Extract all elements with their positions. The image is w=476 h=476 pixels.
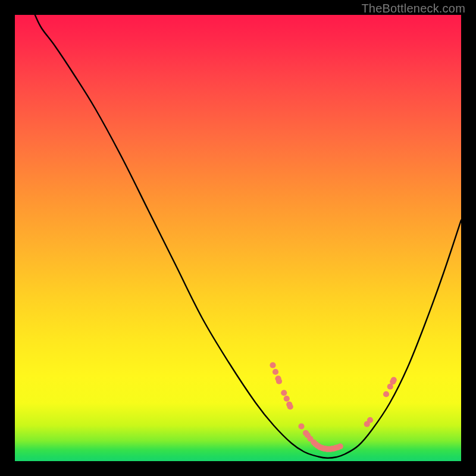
attribution-text: TheBottleneck.com [361,2,465,15]
data-marker [287,403,293,409]
data-marker [270,362,275,368]
data-marker [284,396,290,402]
data-markers [270,362,396,452]
data-marker [273,369,278,375]
curve-layer [15,15,461,461]
chart-root: TheBottleneck.com [0,0,476,476]
data-marker [383,391,389,397]
data-marker [337,443,343,449]
data-marker [298,423,304,429]
data-marker [276,378,282,384]
plot-area [15,15,461,461]
data-marker [367,417,373,423]
bottleneck-curve [35,15,461,458]
data-marker [281,390,287,396]
data-marker [391,377,397,383]
